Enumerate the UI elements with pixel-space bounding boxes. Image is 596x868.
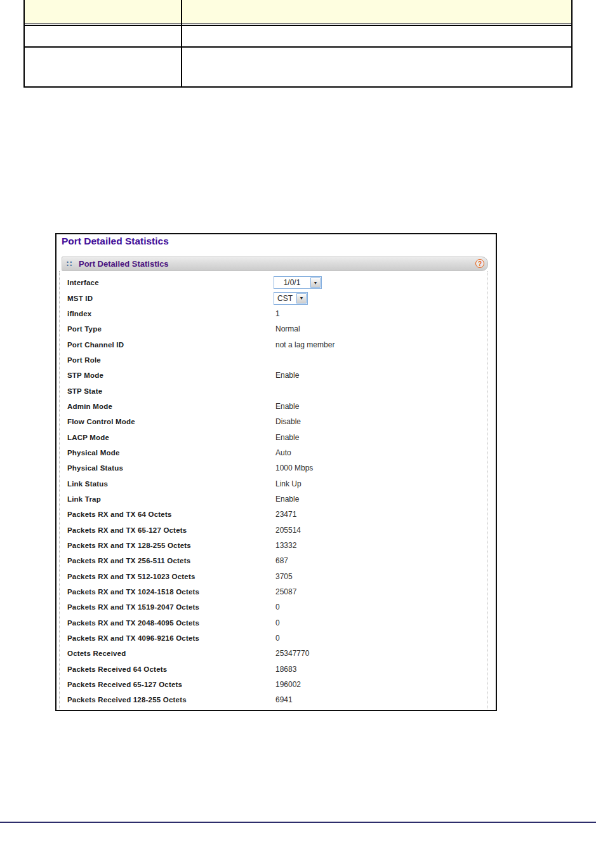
field-row: Link Trap Enable xyxy=(60,491,487,507)
field-label: Packets Received 128-255 Octets xyxy=(67,696,275,704)
screenshot-frame: Port Detailed Statistics ∷ Port Detailed… xyxy=(55,233,497,711)
field-value: 196002 xyxy=(275,680,301,689)
field-value-cell: 1 xyxy=(275,309,280,318)
field-row: Packets RX and TX 4096-9216 Octets 0 xyxy=(60,631,487,646)
field-value-cell: Enable xyxy=(275,402,299,411)
field-label: Packets RX and TX 256-511 Octets xyxy=(67,557,275,564)
field-row: Interface 1/0/1▼ xyxy=(60,275,487,290)
field-row: Octets Received 25347770 xyxy=(60,646,487,661)
field-row: Physical Status 1000 Mbps xyxy=(60,460,487,476)
field-value-cell: 0 xyxy=(275,603,280,611)
field-value: 1 xyxy=(275,309,280,318)
field-row: Packets RX and TX 256-511 Octets 687 xyxy=(60,553,487,568)
field-row: Packets RX and TX 65-127 Octets 205514 xyxy=(60,523,487,538)
field-row: ifIndex 1 xyxy=(60,306,487,321)
field-value: 23471 xyxy=(275,510,296,519)
field-value-cell: 687 xyxy=(275,556,288,565)
drag-handle-icon[interactable]: ∷ xyxy=(67,257,72,270)
chevron-down-icon[interactable]: ▼ xyxy=(296,293,307,304)
field-label: STP Mode xyxy=(67,371,275,379)
field-row: Port Type Normal xyxy=(60,321,487,337)
field-value: Enable xyxy=(275,371,299,380)
field-label: MST ID xyxy=(67,295,275,302)
field-row: Port Role xyxy=(60,352,487,368)
panel-title: Port Detailed Statistics xyxy=(79,257,169,270)
field-label: Physical Mode xyxy=(67,449,275,457)
field-value-cell: 0 xyxy=(275,618,280,627)
field-label: Packets RX and TX 128-255 Octets xyxy=(67,542,275,549)
field-value-cell: 0 xyxy=(275,634,280,643)
field-label: Link Trap xyxy=(67,495,275,503)
field-label: Packets Received 64 Octets xyxy=(67,665,275,673)
document-table-header-cell xyxy=(182,0,571,23)
field-value-cell: 1/0/1▼ xyxy=(275,276,322,289)
interface-select-value: 1/0/1 xyxy=(274,278,310,287)
field-value: Enable xyxy=(275,433,299,442)
field-value-cell: 6941 xyxy=(275,695,293,704)
table-row xyxy=(25,26,571,48)
field-label: Port Channel ID xyxy=(67,341,275,349)
table-cell xyxy=(25,48,182,86)
interface-select[interactable]: 1/0/1▼ xyxy=(274,276,322,289)
field-label: Flow Control Mode xyxy=(67,418,275,425)
field-value-cell: 1000 Mbps xyxy=(275,464,313,472)
field-row: LACP Mode Enable xyxy=(60,429,487,444)
panel-header[interactable]: ∷ Port Detailed Statistics ? xyxy=(62,257,488,271)
field-label: STP State xyxy=(67,387,275,395)
document-table-header-cell xyxy=(25,0,182,23)
field-label: Packets RX and TX 512-1023 Octets xyxy=(67,573,275,580)
field-label: Interface xyxy=(67,279,275,286)
field-label: Packets RX and TX 1519-2047 Octets xyxy=(67,603,275,611)
field-row: STP State xyxy=(60,383,487,398)
document-table xyxy=(23,0,573,88)
field-row: Packets Received 128-255 Octets 6941 xyxy=(60,692,487,707)
document-table-header-row xyxy=(25,0,571,23)
field-value-cell: 25347770 xyxy=(275,649,309,658)
field-value-cell: Enable xyxy=(275,371,299,380)
field-label: Packets RX and TX 2048-4095 Octets xyxy=(67,619,275,627)
field-row: Flow Control Mode Disable xyxy=(60,414,487,429)
field-value: 3705 xyxy=(275,572,293,581)
field-value: Disable xyxy=(275,417,301,426)
field-value-cell: 25087 xyxy=(275,587,296,596)
field-label: LACP Mode xyxy=(67,434,275,441)
table-cell xyxy=(182,48,571,86)
field-value: 0 xyxy=(275,603,280,611)
field-value: 687 xyxy=(275,556,288,565)
mst-id-select[interactable]: CST▼ xyxy=(274,292,308,305)
field-value-cell: Auto xyxy=(275,448,291,457)
field-label: Physical Status xyxy=(67,464,275,472)
chevron-down-icon[interactable]: ▼ xyxy=(310,277,321,288)
field-value: Enable xyxy=(275,495,299,504)
field-row: Packets Received 65-127 Octets 196002 xyxy=(60,677,487,692)
field-value-cell: 205514 xyxy=(275,526,301,535)
field-label: Packets RX and TX 1024-1518 Octets xyxy=(67,588,275,596)
field-value: Normal xyxy=(275,324,300,333)
field-label: Packets RX and TX 4096-9216 Octets xyxy=(67,634,275,642)
mst-id-select-value: CST xyxy=(274,294,296,303)
field-value-cell: Disable xyxy=(275,417,301,426)
table-cell xyxy=(25,26,182,46)
field-value-cell: 3705 xyxy=(275,572,293,581)
field-value-cell: 18683 xyxy=(275,665,296,674)
field-row: MST ID CST▼ xyxy=(60,290,487,305)
field-row: STP Mode Enable xyxy=(60,368,487,383)
field-value-cell: Enable xyxy=(275,495,299,504)
field-value-cell: Enable xyxy=(275,433,299,442)
field-label: Octets Received xyxy=(67,650,275,657)
help-icon[interactable]: ? xyxy=(475,259,484,268)
field-label: Link Status xyxy=(67,480,275,488)
field-value-cell: Link Up xyxy=(275,479,301,488)
field-row: Packets RX and TX 512-1023 Octets 3705 xyxy=(60,569,487,584)
field-label: Port Role xyxy=(67,356,275,364)
table-row xyxy=(25,48,571,86)
field-value-cell: CST▼ xyxy=(275,292,308,305)
page-title: Port Detailed Statistics xyxy=(62,236,169,247)
field-value-cell: 13332 xyxy=(275,541,296,550)
field-value: 0 xyxy=(275,618,280,627)
field-label: Admin Mode xyxy=(67,403,275,410)
field-label: Packets RX and TX 65-127 Octets xyxy=(67,526,275,534)
field-row: Admin Mode Enable xyxy=(60,399,487,414)
field-label: ifIndex xyxy=(67,310,275,317)
field-label: Packets Received 65-127 Octets xyxy=(67,681,275,688)
